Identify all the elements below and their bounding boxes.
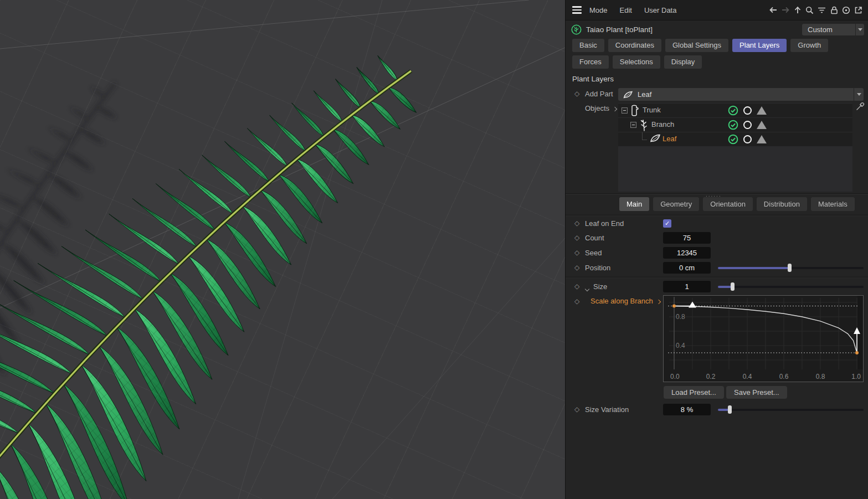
leaf-icon [623, 90, 634, 99]
sizevariation-label: Size Variation [585, 405, 629, 414]
size-expand-chevron[interactable] [585, 284, 589, 292]
enabled-check-icon[interactable] [728, 105, 738, 116]
preset-dropdown-arrow[interactable] [856, 24, 864, 35]
count-input[interactable]: 75 [663, 232, 711, 244]
viewport-minor-grid [0, 0, 565, 499]
hamburger-menu-icon[interactable] [572, 6, 582, 14]
visibility-dot-icon[interactable] [743, 106, 752, 115]
tab-display[interactable]: Display [664, 55, 702, 69]
attribute-menubar: ModeEditUser Data [566, 0, 868, 20]
eyedropper-icon[interactable] [856, 102, 865, 111]
position-label: Position [585, 264, 610, 272]
tab-basic[interactable]: Basic [572, 39, 604, 52]
leafonend-checkbox[interactable]: ✓ [663, 219, 671, 228]
tree-row-leaf[interactable]: Leaf [618, 132, 852, 146]
slider-thumb[interactable] [728, 405, 732, 414]
tree-row-branch[interactable]: Branch [618, 118, 852, 132]
addpart-key-icon[interactable]: ◇ [574, 90, 579, 97]
slider-track[interactable] [718, 286, 864, 288]
sizevariation-input[interactable]: 8 % [663, 404, 711, 415]
position-key-icon[interactable]: ◇ [574, 264, 579, 271]
seed-key-icon[interactable]: ◇ [574, 249, 579, 256]
sizevariation-slider[interactable] [718, 405, 864, 414]
viewport-3d[interactable] [0, 0, 565, 499]
preset-dropdown[interactable]: Custom [802, 24, 855, 35]
tab-main[interactable]: Main [619, 197, 649, 211]
layer-triangle-icon[interactable] [757, 135, 767, 143]
slider-track[interactable] [718, 409, 864, 411]
tab-materials[interactable]: Materials [811, 197, 855, 211]
svg-text:0.2: 0.2 [706, 373, 716, 380]
filter-icon[interactable] [817, 6, 826, 15]
layer-triangle-icon[interactable] [757, 106, 767, 115]
leaf-icon [649, 133, 661, 143]
tree-item-label[interactable]: Trunk [643, 106, 661, 114]
enabled-check-icon[interactable] [728, 120, 738, 130]
tree-item-label[interactable]: Leaf [662, 135, 676, 143]
svg-text:0.6: 0.6 [779, 373, 789, 380]
subtab-row: MainGeometryOrientationDistributionMater… [619, 197, 855, 211]
scalecurve-label[interactable]: Scale along Branch [590, 297, 660, 305]
up-arrow-icon[interactable] [793, 6, 802, 15]
attribute-manager-panel: ModeEditUser Data Taiao Plant [toPlant] … [565, 0, 868, 499]
forward-arrow-icon[interactable] [780, 6, 790, 15]
tab-coordinates[interactable]: Coordinates [608, 39, 661, 52]
enabled-check-icon[interactable] [728, 134, 738, 145]
tab-plant-layers[interactable]: Plant Layers [732, 39, 787, 52]
svg-text:0.8: 0.8 [816, 373, 825, 380]
tab-row-1: BasicCoordinatesGlobal SettingsPlant Lay… [572, 39, 828, 52]
object-title-row: Taiao Plant [toPlant] [571, 23, 653, 35]
plant-object-icon [571, 24, 582, 35]
count-key-icon[interactable]: ◇ [574, 234, 579, 241]
tab-geometry[interactable]: Geometry [653, 197, 699, 211]
search-icon[interactable] [805, 6, 814, 15]
addpart-dropdown-arrow[interactable] [854, 88, 864, 101]
size-slider[interactable] [718, 282, 864, 291]
lock-icon[interactable] [829, 6, 839, 15]
seed-input[interactable]: 12345 [663, 247, 711, 259]
save-preset-button[interactable]: Save Preset... [726, 386, 787, 399]
addpart-value: Leaf [638, 90, 651, 99]
tab-row-2: ForcesSelectionsDisplay [572, 55, 702, 69]
tab-global-settings[interactable]: Global Settings [665, 39, 728, 52]
layer-triangle-icon[interactable] [757, 121, 767, 129]
svg-text:1.0: 1.0 [851, 373, 861, 380]
tab-orientation[interactable]: Orientation [703, 197, 753, 211]
trunk-icon [630, 105, 640, 116]
count-label: Count [585, 234, 604, 242]
leafonend-key-icon[interactable]: ◇ [574, 219, 579, 227]
addpart-label: Add Part [585, 90, 613, 98]
visibility-dot-icon[interactable] [743, 135, 752, 143]
visibility-dot-icon[interactable] [743, 121, 752, 129]
menu-item-edit[interactable]: Edit [620, 6, 632, 14]
section-title: Plant Layers [572, 75, 614, 83]
branch-icon [639, 119, 649, 131]
position-input[interactable]: 0 cm [663, 262, 711, 274]
menu-item-user-data[interactable]: User Data [644, 6, 677, 14]
scalecurve-key-icon[interactable]: ◇ [574, 297, 579, 305]
tab-selections[interactable]: Selections [613, 55, 660, 69]
pop-out-icon[interactable] [854, 6, 863, 15]
sizevariation-key-icon[interactable]: ◇ [574, 405, 579, 413]
tree-row-trunk[interactable]: Trunk [618, 104, 852, 117]
addpart-dropdown[interactable]: Leaf [618, 88, 854, 101]
tab-distribution[interactable]: Distribution [757, 197, 807, 211]
back-arrow-icon[interactable] [768, 6, 778, 15]
scale-curve-editor[interactable]: 0.80.40.00.20.40.60.81.0 [663, 295, 864, 382]
slider-thumb[interactable] [731, 282, 735, 291]
size-key-icon[interactable]: ◇ [574, 282, 579, 290]
size-input[interactable]: 1 [663, 281, 711, 292]
slider-thumb[interactable] [788, 264, 792, 272]
menu-item-mode[interactable]: Mode [589, 6, 608, 14]
panel-divider-3 [566, 277, 868, 277]
load-preset-button[interactable]: Load Preset... [664, 386, 724, 399]
tree-item-label[interactable]: Branch [651, 120, 674, 128]
position-slider[interactable] [718, 264, 864, 272]
target-icon[interactable] [841, 6, 851, 15]
tab-growth[interactable]: Growth [790, 39, 828, 52]
slider-fill [718, 267, 789, 269]
tree-expander[interactable] [622, 107, 628, 114]
svg-text:0.4: 0.4 [743, 373, 752, 380]
tab-forces[interactable]: Forces [572, 55, 609, 69]
tree-expander[interactable] [630, 122, 636, 128]
